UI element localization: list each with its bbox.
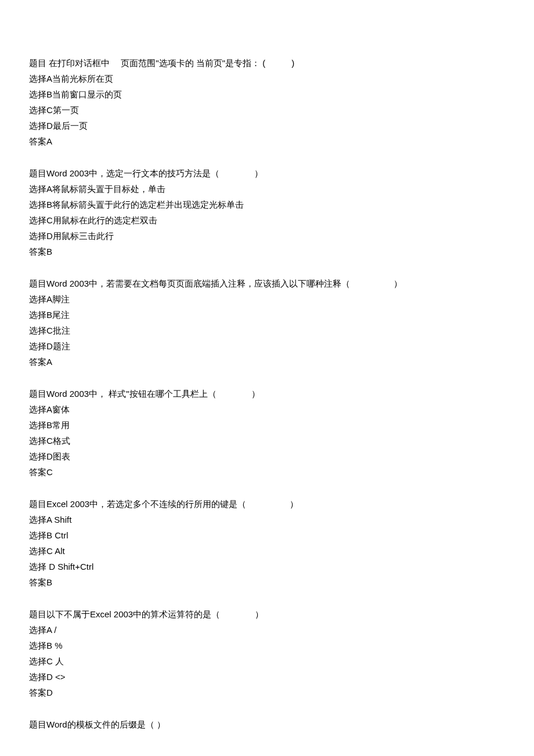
question-option: 选择C批注	[29, 323, 505, 338]
question-option: 选择A /	[29, 622, 505, 638]
question-block: 题目Word 2003中，若需要在文档每页页面底端插入注释，应该插入以下哪种注释…	[29, 276, 505, 370]
question-answer: 答案A	[29, 133, 505, 149]
question-block: 题目Word的模板文件的后缀是（ ）	[29, 717, 505, 732]
question-option: 选择D用鼠标三击此行	[29, 228, 505, 244]
question-answer: 答案A	[29, 354, 505, 370]
question-answer: 答案B	[29, 244, 505, 259]
question-title: 题目Excel 2003中，若选定多个不连续的行所用的键是（ ）	[29, 496, 505, 512]
question-option: 选择 D Shift+Ctrl	[29, 559, 505, 574]
question-option: 选择C 人	[29, 653, 505, 669]
question-title: 题目Word的模板文件的后缀是（ ）	[29, 717, 505, 732]
question-option: 选择B %	[29, 638, 505, 653]
question-option: 选择D <>	[29, 669, 505, 685]
question-option: 选择D最后一页	[29, 118, 505, 133]
question-option: 选择C用鼠标在此行的选定栏双击	[29, 212, 505, 228]
question-option: 选择A窗体	[29, 401, 505, 417]
question-option: 选择A Shift	[29, 512, 505, 527]
question-option: 选择B Ctrl	[29, 527, 505, 543]
question-option: 选择C第一页	[29, 102, 505, 118]
question-option: 选择C Alt	[29, 543, 505, 559]
question-option: 选择A将鼠标箭头置于目标处，单击	[29, 181, 505, 197]
question-block: 题目 在打印对话框中 页面范围"选项卡的 当前页"是专指： ( )选择A当前光标…	[29, 55, 505, 149]
question-option: 选择B常用	[29, 417, 505, 433]
question-title: 题目Word 2003中，选定一行文本的技巧方法是（ ）	[29, 165, 505, 181]
question-option: 选择B将鼠标箭头置于此行的选定栏并出现选定光标单击	[29, 197, 505, 212]
question-option: 选择A当前光标所在页	[29, 71, 505, 86]
question-title: 题目Word 2003中，若需要在文档每页页面底端插入注释，应该插入以下哪种注释…	[29, 276, 505, 291]
question-option: 选择D题注	[29, 338, 505, 354]
question-block: 题目Word 2003中，选定一行文本的技巧方法是（ ）选择A将鼠标箭头置于目标…	[29, 165, 505, 259]
question-option: 选择B尾注	[29, 307, 505, 323]
question-block: 题目以下不属于Excel 2003中的算术运算符的是（ ）选择A /选择B %选…	[29, 606, 505, 700]
question-option: 选择C格式	[29, 433, 505, 448]
question-option: 选择B当前窗口显示的页	[29, 86, 505, 102]
question-answer: 答案C	[29, 464, 505, 480]
question-option: 选择A脚注	[29, 291, 505, 307]
question-block: 题目Word 2003中， 样式"按钮在哪个工具栏上（ ）选择A窗体选择B常用选…	[29, 386, 505, 480]
question-answer: 答案D	[29, 685, 505, 700]
question-title: 题目以下不属于Excel 2003中的算术运算符的是（ ）	[29, 606, 505, 622]
question-block: 题目Excel 2003中，若选定多个不连续的行所用的键是（ ）选择A Shif…	[29, 496, 505, 590]
question-title: 题目Word 2003中， 样式"按钮在哪个工具栏上（ ）	[29, 386, 505, 401]
question-answer: 答案B	[29, 574, 505, 590]
question-title: 题目 在打印对话框中 页面范围"选项卡的 当前页"是专指： ( )	[29, 55, 505, 71]
question-option: 选择D图表	[29, 448, 505, 464]
